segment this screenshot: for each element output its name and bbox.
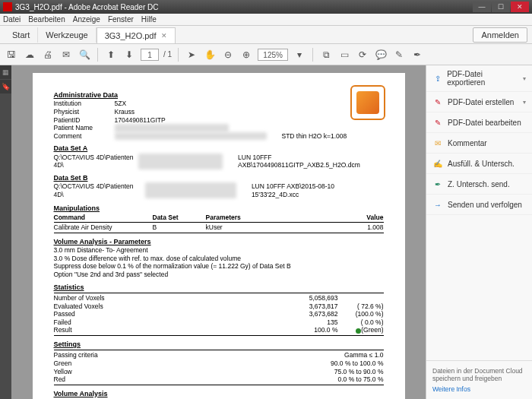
bookmark-panel-icon[interactable]: 🔖 [0,80,11,93]
cloud-icon[interactable]: ☁ [23,48,36,62]
stats-title: Statistics [54,283,384,292]
panel-item-label: PDF-Datei exportieren [447,70,518,87]
admin-key: Physicist [54,108,115,116]
dsb-path: Q:\OCTAVIUS 4D\Patienten 4D\ [54,182,146,198]
manip-h-par: Parameters [206,214,346,222]
tab-document[interactable]: 3G3_H2O.pdf ✕ [97,27,176,43]
footer-text: Dateien in der Document Cloud speichern … [432,367,523,382]
manip-ds: B [153,223,206,232]
panel-item[interactable]: ✒Z. Untersch. send. [426,174,532,195]
page-total: / 1 [163,50,172,59]
stat-row: Passed3,673,682(100.0 %) [54,310,384,318]
pdf-page: Administrative Data Institution5ZXPhysic… [33,73,405,399]
setting-row: Passing criteriaGamma ≤ 1.0 [54,351,384,359]
tab-start[interactable]: Start [5,27,38,43]
panel-item-label: PDF-Datei erstellen [448,98,514,106]
footer-link[interactable]: Weitere Infos [432,385,526,393]
save-icon[interactable]: 🖫 [5,48,18,62]
search-icon[interactable]: 🔍 [78,48,91,62]
titlebar: 3G3_H2O.pdf - Adobe Acrobat Reader DC — … [0,0,532,14]
menu-datei[interactable]: Datei [3,15,21,24]
stat-row: Failed135( 0.0 %) [54,318,384,327]
panel-item[interactable]: ✍Ausfüll. & Untersch. [426,154,532,174]
vap-line: Option "Use 2nd and 3rd pass" selected [54,271,384,279]
panel-item[interactable]: →Senden und verfolgen [426,195,532,215]
comment-icon[interactable]: 💬 [374,48,388,62]
zoom-input[interactable]: 125% [258,49,288,61]
admin-val: Krauss [115,108,384,116]
hand-icon[interactable]: ✋ [203,48,217,62]
pointer-icon[interactable]: ➤ [185,48,198,62]
stat-row: Number of Voxels5,058,693 [54,294,384,302]
admin-key: Comment [54,132,115,141]
manip-h-val: Value [346,214,384,222]
highlight-icon[interactable]: ✎ [392,48,406,62]
stat-row: Evaluated Voxels3,673,817( 72.6 %) [54,302,384,311]
panel-item-label: Kommentar [448,139,487,147]
panel-item-icon: → [432,199,443,210]
manip-h-ds: Data Set [153,214,206,222]
tab-tools[interactable]: Werkzeuge [38,27,96,43]
dsb-title: Data Set B [54,174,384,182]
panel-item-icon: ✍ [432,158,443,169]
sign-icon[interactable]: ✒ [410,48,424,62]
fit-width-icon[interactable]: ⧉ [319,48,333,62]
login-button[interactable]: Anmelden [473,27,527,43]
toolbar: 🖫 ☁ 🖨 ✉ 🔍 ⬆ ⬇ 1 / 1 ➤ ✋ ⊖ ⊕ 125% ▾ ⧉ ▭ ⟳… [0,44,532,65]
minimize-button[interactable]: — [473,2,491,12]
panel-item[interactable]: ✎PDF-Datei erstellen▾ [426,92,532,112]
admin-key: Patient Name [54,124,115,132]
setting-row: Yellow75.0 % to 90.0 % [54,368,384,376]
close-button[interactable]: ✕ [511,2,529,12]
dsa-title: Data Set A [54,144,384,153]
menu-anzeige[interactable]: Anzeige [73,15,100,24]
left-rail: ▦ 🔖 [0,65,11,399]
rotate-icon[interactable]: ⟳ [356,48,369,62]
chevron-down-icon: ▾ [523,99,526,106]
main: ▦ 🔖 Administrative Data Institution5ZXPh… [0,65,532,399]
manip-par: kUser [206,223,346,232]
panel-item[interactable]: ✉Kommentar [426,133,532,154]
panel-item-icon: ✎ [432,97,443,107]
manip-title: Manipulations [54,204,384,213]
manip-cmd: Calibrate Air Density [54,223,153,232]
app-icon [3,2,12,11]
thumbnail-panel-icon[interactable]: ▦ [0,65,11,79]
green-dot-icon [356,328,361,334]
admin-key: Institution [54,100,115,108]
page-up-icon[interactable]: ⬆ [104,48,118,62]
admin-val: 1704490811GITP [115,116,384,125]
panel-item-icon: ✉ [432,138,443,148]
setting-row: Red0.0 % to 75.0 % [54,375,384,384]
dsa-path: Q:\OCTAVIUS 4D\Patienten 4D\ [54,154,139,169]
fit-page-icon[interactable]: ▭ [337,48,351,62]
panel-item[interactable]: ✎PDF-Datei bearbeiten [426,112,532,133]
chevron-down-icon[interactable]: ▾ [293,48,306,62]
panel-item[interactable]: ⇪PDF-Datei exportieren▾ [426,65,532,92]
print-icon[interactable]: 🖨 [41,48,55,62]
panel-item-icon: ✎ [432,117,443,128]
settings-title: Settings [54,340,384,349]
manip-val: 1.008 [346,223,384,232]
vap-line: Suppress dose below 0.1 % of the normali… [54,262,384,271]
dsa-file: LUN 10FFF AXB\1704490811GITP_AXB2.5_H2O.… [238,154,383,169]
menu-bearbeiten[interactable]: Bearbeiten [28,15,65,24]
panel-item-label: Ausfüll. & Untersch. [448,160,515,168]
menu-hilfe[interactable]: Hilfe [141,15,157,24]
setting-row: Green90.0 % to 100.0 % [54,359,384,368]
tab-close-icon[interactable]: ✕ [161,32,167,40]
panel-item-icon: ⇪ [432,73,442,84]
menu-fenster[interactable]: Fenster [108,15,134,24]
page-input[interactable]: 1 [141,49,159,61]
zoom-in-icon[interactable]: ⊕ [239,48,253,62]
maximize-button[interactable]: ☐ [492,2,510,12]
tab-row: Start Werkzeuge 3G3_H2O.pdf ✕ Anmelden [0,26,532,44]
admin-title: Administrative Data [54,91,384,100]
zoom-out-icon[interactable]: ⊖ [221,48,235,62]
admin-val: 5ZX [115,100,384,108]
mail-icon[interactable]: ✉ [59,48,73,62]
stat-row: Result100.0 % (Green) [54,326,384,334]
admin-key: PatientID [54,116,115,125]
page-down-icon[interactable]: ⬇ [122,48,136,62]
document-area[interactable]: Administrative Data Institution5ZXPhysic… [11,65,426,399]
